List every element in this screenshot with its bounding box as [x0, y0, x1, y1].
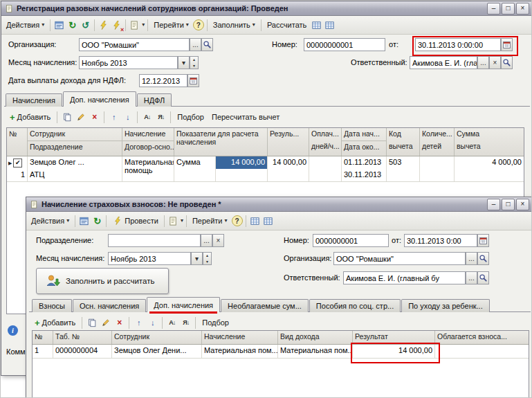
form-settings-icon[interactable] [78, 215, 90, 227]
organization-input[interactable]: ООО "Ромашки" [79, 38, 190, 51]
column-header-accrual[interactable]: НачислениеДоговор-осно... [122, 128, 174, 156]
tab-contributions[interactable]: Взносы [32, 299, 72, 312]
cell-row-number[interactable]: ▶ ✔ 1 [7, 156, 28, 181]
organization-choose-button[interactable]: ... [190, 38, 201, 51]
add-row-button[interactable]: +Добавить [32, 317, 78, 329]
sort-ascending-icon[interactable]: А↓ [166, 317, 178, 329]
refresh-icon[interactable]: ↻ [91, 215, 103, 227]
accrual-month-spinner[interactable]: ▴▾ [203, 252, 212, 265]
responsible-input[interactable]: Акимова Е. И. (главный бухгалтер) [410, 56, 477, 69]
calculate-button[interactable]: Рассчитать [264, 19, 309, 30]
table-settings-icon[interactable] [311, 19, 322, 31]
column-header-accrual[interactable]: Начисление [202, 331, 278, 344]
organization-choose-button[interactable]: ... [466, 252, 477, 265]
close-button[interactable]: × [516, 199, 529, 210]
table-settings-icon[interactable] [249, 215, 261, 227]
copy-row-icon[interactable] [61, 111, 73, 123]
organization-find-button[interactable] [201, 38, 213, 51]
date-calendar-button[interactable] [501, 38, 513, 51]
actions-menu-button[interactable]: Действия▾ [3, 19, 47, 30]
cell-tab-number[interactable]: 0000000004 [53, 345, 112, 358]
number-input[interactable]: 00000000001 [304, 38, 385, 51]
column-header-deduction-code[interactable]: Кодвычета [387, 128, 420, 156]
column-header-employee[interactable]: Сотрудник [112, 331, 202, 344]
column-header-taxable[interactable]: Облагается взноса... [435, 331, 529, 344]
help-icon[interactable]: ? [232, 215, 243, 226]
column-header-employee[interactable]: СотрудникПодразделение [28, 128, 122, 156]
tab-ndfl[interactable]: НДФЛ [137, 93, 172, 107]
window2-titlebar[interactable]: Начисление страховых взносов: Не проведе… [26, 197, 532, 212]
cell-row-number[interactable]: 1 [33, 345, 53, 358]
cell-accrual[interactable]: Материальная помощь [122, 156, 174, 181]
column-header-num[interactable]: № [7, 128, 28, 156]
move-up-icon[interactable]: ↑ [133, 317, 145, 329]
post-document-icon[interactable] [98, 19, 109, 31]
organization-input[interactable]: ООО "Ромашки" [333, 252, 466, 265]
cell-children-count[interactable] [420, 156, 455, 181]
tab-main-accruals[interactable]: Осн. начисления [73, 299, 146, 312]
pick-button[interactable]: Подбор [174, 111, 207, 123]
cell-taxable[interactable] [435, 345, 529, 358]
tab-social-benefits[interactable]: Пособия по соц. стр... [309, 299, 401, 312]
accrual-month-dropdown-button[interactable]: ▾ [191, 252, 203, 265]
cell-dates[interactable]: 01.11.2013 30.11.2013 [342, 156, 387, 181]
cell-deduction-sum[interactable]: 4 000,00 [455, 156, 524, 181]
cell-paid-days[interactable] [309, 156, 342, 181]
column-header-paid-days[interactable]: Оплач...дней/ч... [309, 128, 342, 156]
ndfl-date-calendar-button[interactable] [187, 74, 199, 87]
pick-button[interactable]: Подбор [199, 317, 232, 328]
sort-ascending-icon[interactable]: А↓ [141, 111, 153, 123]
department-clear-button[interactable]: × [212, 234, 224, 247]
number-input[interactable]: 0000000001 [313, 234, 389, 247]
table-view-icon[interactable] [262, 215, 274, 227]
goto-menu-button[interactable]: Перейти▾ [151, 19, 192, 30]
print-list-icon[interactable] [129, 19, 140, 31]
date-input[interactable]: 30.11.2013 0:00:00 [415, 38, 501, 51]
reread-icon[interactable]: ↺ [80, 19, 91, 31]
column-header-income-type[interactable]: Вид дохода [278, 331, 353, 344]
post-button[interactable]: Провести [109, 215, 161, 228]
delete-row-icon[interactable]: × [89, 111, 100, 123]
table-row[interactable]: ▶ ✔ 1 Земцов Олег ... АТЦ Материальная п… [7, 156, 524, 182]
fill-and-calculate-button[interactable]: Заполнить и рассчитать [36, 268, 169, 294]
accrual-month-input[interactable]: Ноябрь 2013 [79, 56, 178, 69]
cell-income-type[interactable]: Материальная пом... [278, 345, 353, 358]
move-down-icon[interactable]: ↓ [122, 111, 134, 123]
minimize-button[interactable]: – [487, 3, 500, 15]
column-header-num[interactable]: № [33, 331, 53, 344]
print-list-icon[interactable] [167, 215, 179, 227]
accrual-month-input[interactable]: Ноябрь 2013 [108, 252, 191, 265]
add-row-button[interactable]: +Добавить [7, 111, 53, 123]
cell-result[interactable]: 14 000,00 [268, 156, 309, 181]
maximize-button[interactable]: □ [502, 3, 515, 15]
maximize-button[interactable]: □ [502, 199, 515, 210]
date-calendar-button[interactable] [477, 234, 489, 247]
table-view-icon[interactable] [324, 19, 336, 31]
table-row[interactable]: 1 0000000004 Земцов Олег Дени... Материа… [33, 345, 529, 359]
sort-descending-icon[interactable]: Я↓ [180, 317, 192, 329]
minimize-button[interactable]: – [487, 199, 500, 210]
copy-row-icon[interactable] [86, 317, 98, 329]
ndfl-payout-date-input[interactable]: 12.12.2013 [139, 74, 187, 87]
responsible-clear-button[interactable]: × [489, 56, 501, 69]
cell-employee[interactable]: Земцов Олег ... АТЦ [28, 156, 122, 181]
edit-row-icon[interactable] [100, 317, 111, 329]
cell-indicator-value[interactable]: 14 000,00 [216, 156, 268, 181]
department-input[interactable] [108, 234, 201, 247]
date-input[interactable]: 30.11.2013 0:00 [404, 234, 477, 247]
column-header-children-count[interactable]: Количе...детей [420, 128, 455, 156]
responsible-choose-button[interactable]: ... [477, 56, 489, 69]
close-button[interactable]: × [516, 3, 529, 15]
cell-deduction-code[interactable]: 503 [387, 156, 420, 181]
column-header-deduction-sum[interactable]: Суммавычета [455, 128, 524, 156]
move-up-icon[interactable]: ↑ [108, 111, 120, 123]
delete-row-icon[interactable]: × [113, 317, 125, 329]
column-header-dates[interactable]: Дата нач...Дата око... [342, 128, 387, 156]
help-icon[interactable]: ? [193, 19, 204, 30]
column-header-tab-number[interactable]: Таб. № [53, 331, 112, 344]
recalculate-deduction-button[interactable]: Пересчитать вычет [209, 111, 282, 123]
accrual-month-dropdown-button[interactable]: ▾ [178, 56, 190, 69]
tab-accruals[interactable]: Начисления [6, 93, 62, 107]
window1-titlebar[interactable]: Регистрация разовых начислений сотрудник… [1, 1, 532, 16]
column-header-result[interactable]: Резуль... [268, 128, 309, 156]
